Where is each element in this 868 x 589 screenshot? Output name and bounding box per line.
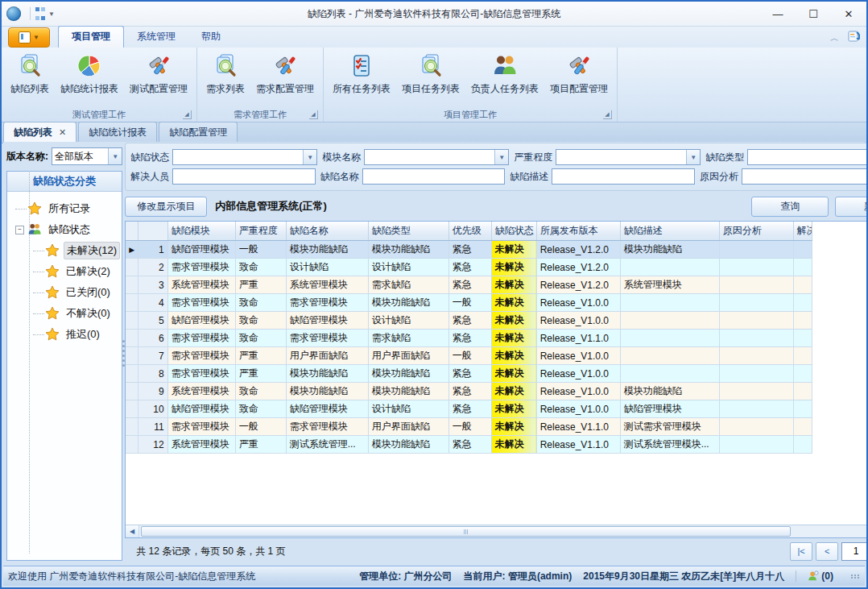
first-page-button[interactable]: |< (790, 542, 812, 561)
modify-display-items-button[interactable]: 修改显示项目 (125, 197, 207, 217)
table-row[interactable]: 11需求管理模块一般需求管理模块用户界面缺陷一般未解决Release_V1.1.… (126, 418, 812, 436)
column-header-优先级[interactable]: 优先级 (448, 222, 491, 241)
table-row[interactable]: ▶1缺陷管理模块一般模块功能缺陷模块功能缺陷紧急未解决Release_V1.2.… (126, 241, 812, 259)
resize-grip[interactable] (851, 574, 860, 579)
ribbon-button-所有任务列表[interactable]: 所有任务列表 (327, 49, 396, 97)
page-number-input[interactable] (841, 542, 868, 561)
chevron-down-icon[interactable]: ▼ (494, 150, 508, 164)
filter-input-缺陷名称[interactable] (362, 168, 506, 185)
chevron-down-icon[interactable]: ▼ (686, 150, 700, 164)
table-row[interactable]: 6需求管理模块致命需求管理模块需求缺陷紧急未解决Release_V1.1.0 (126, 330, 812, 347)
prev-page-button[interactable]: < (816, 542, 838, 561)
ribbon-button-项目任务列表[interactable]: 项目任务列表 (396, 49, 465, 97)
doc-tab-缺陷列表[interactable]: 缺陷列表✕ (3, 122, 76, 143)
row-selector-cell[interactable]: ▶ (126, 241, 138, 259)
row-selector-cell[interactable] (126, 276, 138, 294)
table-row[interactable]: 12系统管理模块严重测试系统管理...模块功能缺陷紧急未解决Release_V1… (126, 436, 812, 454)
column-header-缺陷描述[interactable]: 缺陷描述 (620, 222, 719, 241)
tree-item-推迟(0)[interactable]: 推迟(0) (33, 324, 120, 345)
collapse-expander-icon[interactable]: − (15, 226, 24, 234)
ribbon-button-需求列表[interactable]: 需求列表 (200, 49, 250, 97)
row-selector-cell[interactable] (126, 312, 138, 330)
ribbon-button-负责人任务列表[interactable]: 负责人任务列表 (465, 49, 544, 97)
column-header-缺陷名称[interactable]: 缺陷名称 (286, 222, 368, 241)
filter-input-原因分析[interactable] (742, 168, 868, 185)
close-tab-icon[interactable]: ✕ (59, 127, 66, 138)
filter-select-严重程度[interactable]: ▼ (556, 149, 701, 165)
row-selector-cell[interactable] (126, 418, 138, 436)
minimize-button[interactable]: — (760, 3, 796, 24)
horizontal-scrollbar[interactable]: ◀ ▶ (126, 525, 868, 537)
ribbon-collapse-icon[interactable]: ︿ (830, 32, 839, 44)
dialog-launcher-icon[interactable]: ◢ (603, 110, 612, 119)
filter-text-input[interactable] (748, 150, 868, 164)
version-select[interactable]: 全部版本 ▼ (52, 147, 122, 165)
row-selector-cell[interactable] (126, 347, 138, 365)
filter-select-缺陷类型[interactable]: ▼ (747, 149, 868, 165)
row-selector-cell[interactable] (126, 330, 138, 347)
ribbon-tab-系统管理[interactable]: 系统管理 (124, 27, 188, 48)
scroll-left-icon[interactable]: ◀ (126, 525, 139, 537)
filter-input-解决人员[interactable] (172, 168, 316, 185)
ribbon-button-项目配置管理[interactable]: 项目配置管理 (544, 49, 614, 97)
application-menu-button[interactable]: ▼ (8, 27, 50, 48)
row-selector-cell[interactable] (126, 259, 138, 276)
table-row[interactable]: 9系统管理模块致命模块功能缺陷模块功能缺陷紧急未解决Release_V1.0.0… (126, 383, 812, 400)
row-selector-cell[interactable] (126, 365, 138, 383)
table-row[interactable]: 8需求管理模块严重模块功能缺陷模块功能缺陷紧急未解决Release_V1.0.0 (126, 365, 812, 383)
doc-tab-缺陷统计报表[interactable]: 缺陷统计报表 (78, 122, 157, 143)
tree-item-已关闭(0)[interactable]: 已关闭(0) (33, 282, 120, 303)
table-row[interactable]: 7需求管理模块严重用户界面缺陷用户界面缺陷一般未解决Release_V1.0.0 (126, 347, 812, 365)
tree-item-所有记录[interactable]: 所有记录 (15, 198, 120, 219)
filter-text-input[interactable] (173, 150, 303, 164)
help-about-icon[interactable] (847, 30, 860, 46)
dialog-launcher-icon[interactable]: ◢ (309, 110, 318, 119)
chevron-down-icon[interactable]: ▼ (108, 148, 122, 164)
filter-select-缺陷状态[interactable]: ▼ (172, 149, 317, 165)
table-row[interactable]: 3系统管理模块严重系统管理模块需求缺陷紧急未解决Release_V1.2.0系统… (126, 276, 812, 294)
tree-item-未解决(12)[interactable]: 未解决(12) (33, 240, 120, 261)
action-button-新建[interactable]: 新建 (835, 197, 868, 217)
tree-item-缺陷状态[interactable]: −缺陷状态 (15, 219, 120, 240)
filter-text-input[interactable] (556, 150, 686, 164)
column-header-所属发布版本[interactable]: 所属发布版本 (536, 222, 620, 241)
column-header-解决[interactable]: 解决 (793, 222, 812, 241)
doc-tab-缺陷配置管理[interactable]: 缺陷配置管理 (159, 122, 238, 143)
row-selector-cell[interactable] (126, 383, 138, 400)
tree-item-已解决(2)[interactable]: 已解决(2) (33, 261, 120, 282)
close-button[interactable]: ✕ (831, 3, 866, 24)
tree-item-不解决(0)[interactable]: 不解决(0) (33, 303, 120, 324)
online-users[interactable]: (0) (808, 570, 833, 582)
table-row[interactable]: 5缺陷管理模块致命缺陷管理模块设计缺陷紧急未解决Release_V1.0.0 (126, 312, 812, 330)
filter-text-input[interactable] (552, 169, 694, 184)
filter-select-模块名称[interactable]: ▼ (364, 149, 509, 165)
filter-text-input[interactable] (742, 169, 868, 184)
column-header-blank[interactable] (126, 222, 138, 241)
ribbon-button-测试配置管理[interactable]: 测试配置管理 (124, 49, 193, 97)
row-selector-cell[interactable] (126, 400, 138, 418)
column-header-原因分析[interactable]: 原因分析 (719, 222, 793, 241)
action-button-查询[interactable]: 查询 (751, 197, 829, 217)
column-header-blank[interactable] (138, 222, 167, 241)
dialog-launcher-icon[interactable]: ◢ (183, 110, 192, 119)
scrollbar-thumb[interactable] (141, 526, 791, 537)
filter-text-input[interactable] (173, 169, 315, 184)
ribbon-button-缺陷列表[interactable]: 缺陷列表 (5, 49, 55, 97)
column-header-严重程度[interactable]: 严重程度 (235, 222, 286, 241)
row-selector-cell[interactable] (126, 294, 138, 312)
column-header-缺陷模块[interactable]: 缺陷模块 (167, 222, 235, 241)
maximize-button[interactable]: ☐ (796, 3, 831, 24)
filter-input-缺陷描述[interactable] (552, 168, 695, 185)
column-header-缺陷状态[interactable]: 缺陷状态 (491, 222, 536, 241)
chevron-down-icon[interactable]: ▼ (303, 150, 316, 164)
table-row[interactable]: 2需求管理模块致命设计缺陷设计缺陷紧急未解决Release_V1.2.0 (126, 259, 812, 276)
ribbon-tab-帮助[interactable]: 帮助 (188, 27, 234, 48)
filter-text-input[interactable] (365, 150, 494, 164)
filter-text-input[interactable] (363, 169, 505, 184)
ribbon-tab-项目管理[interactable]: 项目管理 (58, 26, 124, 48)
row-selector-cell[interactable] (126, 436, 138, 454)
column-header-缺陷类型[interactable]: 缺陷类型 (368, 222, 448, 241)
table-row[interactable]: 4需求管理模块致命需求管理模块模块功能缺陷一般未解决Release_V1.0.0 (126, 294, 812, 312)
ribbon-button-需求配置管理[interactable]: 需求配置管理 (250, 49, 320, 97)
ribbon-button-缺陷统计报表[interactable]: 缺陷统计报表 (55, 49, 124, 97)
